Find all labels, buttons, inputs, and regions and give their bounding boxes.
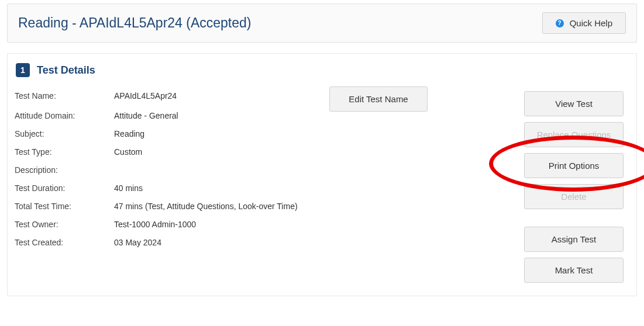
row-test-created: Test Created: 03 May 2024 [15, 238, 512, 247]
actions-column: View Test Replace Questions Print Option… [524, 91, 629, 283]
page-title: Reading - APAIdL4L5Apr24 (Accepted) [18, 15, 252, 31]
replace-questions-button: Replace Questions [524, 122, 624, 147]
row-test-type: Test Type: Custom [15, 147, 512, 157]
assign-test-button[interactable]: Assign Test [524, 227, 624, 252]
quick-help-label: Quick Help [570, 18, 612, 28]
label-total-test-time: Total Test Time: [15, 202, 114, 211]
label-test-created: Test Created: [15, 238, 114, 247]
row-test-owner: Test Owner: Test-1000 Admin-1000 [15, 220, 512, 229]
row-test-name: Test Name: APAIdL4L5Apr24 [15, 91, 512, 100]
label-attitude-domain: Attitude Domain: [15, 111, 114, 120]
label-subject: Subject: [15, 129, 114, 138]
label-test-type: Test Type: [15, 147, 114, 157]
row-attitude-domain: Attitude Domain: Attitude - General [15, 111, 512, 120]
value-attitude-domain: Attitude - General [114, 111, 178, 120]
section-title: Test Details [37, 64, 95, 77]
header-bar: Reading - APAIdL4L5Apr24 (Accepted) ? Qu… [7, 4, 637, 43]
edit-test-name-button[interactable]: Edit Test Name [329, 86, 428, 112]
details-area: Edit Test Name Test Name: APAIdL4L5Apr24… [15, 91, 512, 283]
help-icon: ? [556, 19, 564, 27]
value-total-test-time: 47 mins (Test, Attitude Questions, Look-… [114, 202, 298, 211]
value-test-name: APAIdL4L5Apr24 [114, 91, 177, 100]
value-test-owner: Test-1000 Admin-1000 [114, 220, 196, 229]
value-test-duration: 40 mins [114, 183, 143, 193]
label-test-name: Test Name: [15, 91, 114, 100]
row-description: Description: [15, 165, 512, 175]
section-header: 1 Test Details [16, 63, 629, 77]
content-panel: 1 Test Details Edit Test Name Test Name:… [7, 53, 637, 296]
value-subject: Reading [114, 129, 144, 138]
quick-help-button[interactable]: ? Quick Help [542, 12, 626, 34]
delete-button: Delete [524, 184, 624, 209]
step-badge: 1 [16, 63, 30, 77]
mark-test-button[interactable]: Mark Test [524, 258, 624, 283]
label-test-owner: Test Owner: [15, 220, 114, 229]
value-test-created: 03 May 2024 [114, 238, 161, 247]
value-test-type: Custom [114, 147, 142, 157]
label-test-duration: Test Duration: [15, 183, 114, 193]
row-test-duration: Test Duration: 40 mins [15, 183, 512, 193]
label-description: Description: [15, 165, 114, 175]
row-total-test-time: Total Test Time: 47 mins (Test, Attitude… [15, 202, 512, 211]
row-subject: Subject: Reading [15, 129, 512, 138]
view-test-button[interactable]: View Test [524, 91, 624, 116]
print-options-button[interactable]: Print Options [524, 153, 624, 178]
